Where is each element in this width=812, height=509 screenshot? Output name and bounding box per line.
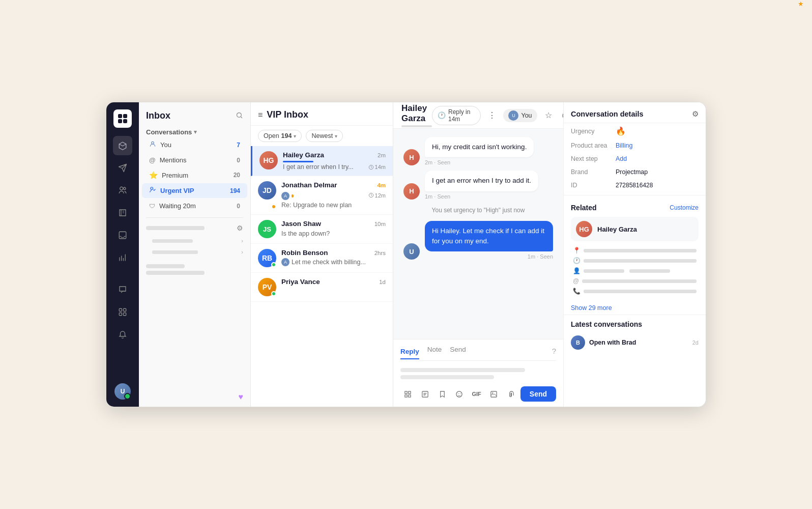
details-gear-icon[interactable]: ⚙ — [692, 109, 699, 119]
bookmark-tool-icon[interactable] — [434, 386, 450, 402]
related-contact[interactable]: HG Hailey Garza — [571, 217, 699, 241]
details-panel: Conversation details ⚙ Urgency 🔥 Product… — [563, 102, 706, 407]
show-more-link[interactable]: Show 29 more — [564, 301, 706, 315]
premium-badge: 20 — [234, 172, 240, 179]
inbox-nav-mentions[interactable]: @ Mentions 0 — [142, 153, 247, 167]
msg-bubble-1: Hi, my credit card isn't working. — [425, 137, 534, 157]
msg-meta-2: 1m · Seen — [425, 193, 538, 200]
send-button[interactable]: Send — [520, 386, 556, 402]
priya-content: Priya Vance 1d — [281, 278, 386, 296]
inbox-nav-you[interactable]: You 7 — [142, 137, 247, 152]
bell-nav-icon[interactable] — [113, 325, 132, 344]
svg-rect-17 — [405, 391, 407, 393]
msg-row-3: Hi Hailey. Let me check if I can add it … — [403, 221, 553, 260]
svg-point-23 — [458, 393, 458, 393]
latest-conv-item[interactable]: B Open with Brad 2d — [571, 332, 699, 353]
priya-name: Priya Vance — [281, 278, 320, 286]
inbox-nav-icon[interactable] — [113, 136, 132, 155]
star-icon[interactable]: ☆ — [542, 108, 555, 123]
conversations-label[interactable]: Conversations ▾ — [139, 126, 250, 137]
id-value: 27285816428 — [616, 182, 653, 189]
conv-item-robin[interactable]: RB Robin Benson 2hrs A Let me check with… — [251, 244, 393, 273]
hamburger-icon[interactable]: ≡ — [258, 110, 263, 120]
inbox-nav-premium[interactable]: ⭐ Premium 20 — [142, 168, 247, 182]
inbox-sub-item-2[interactable]: › — [139, 246, 250, 258]
hailey-clock: 14m — [368, 164, 386, 170]
conv-item-priya[interactable]: PV Priya Vance 1d — [251, 273, 393, 302]
jonathan-name: Jonathan Delmar — [281, 181, 337, 189]
inbox-extra-skeletons — [139, 259, 250, 280]
emoji-tool-icon[interactable] — [452, 386, 467, 402]
inbox-gear-icon[interactable]: ⚙ — [237, 224, 243, 232]
attachment-tool-icon[interactable] — [503, 386, 518, 402]
mentions-icon: @ — [149, 156, 156, 164]
conv-item-jason[interactable]: JS Jason Shaw 10m Is the app down? — [251, 215, 393, 244]
jonathan-preview: Re: Upgrade to new plan — [281, 202, 352, 209]
sort-filter[interactable]: Newest ▾ — [306, 130, 343, 142]
favorites-heart-icon[interactable]: ♥ — [239, 392, 244, 402]
you-badge: 7 — [237, 142, 240, 149]
status-chevron-icon: ▾ — [294, 133, 296, 139]
inbox-nav-waiting[interactable]: 🛡 Waiting 20m 0 — [142, 199, 247, 213]
app-logo — [113, 109, 132, 128]
next-step-value[interactable]: Add — [616, 155, 627, 162]
details-title: Conversation details — [571, 110, 644, 118]
robin-agent-preview: A Let me check with billing... — [281, 258, 386, 266]
details-divider — [564, 195, 706, 195]
status-filter[interactable]: Open 194 ▾ — [258, 130, 302, 142]
related-title: Related — [571, 204, 597, 212]
inbox-search-icon[interactable] — [236, 111, 243, 121]
hailey-name: Hailey Garza — [283, 151, 324, 159]
sort-filter-label: Newest — [311, 132, 333, 139]
jonathan-content: Jonathan Delmar 4m A 12m Re: Upgrade to … — [281, 181, 386, 209]
person-icon: 👤 — [573, 267, 581, 274]
reply-help-icon[interactable]: ? — [552, 347, 556, 355]
email-icon: @ — [573, 277, 579, 285]
status-filter-count: 194 — [281, 132, 292, 139]
jonathan-time: 4m — [377, 182, 386, 188]
tab-reply[interactable]: Reply — [400, 348, 419, 359]
svg-point-13 — [151, 187, 153, 190]
conversations-chevron: ▾ — [194, 129, 197, 135]
msg-row-2: H I get an error when I try to add it. 1… — [403, 171, 553, 199]
product-area-value[interactable]: Billing — [616, 142, 632, 149]
msg-row-1: H Hi, my credit card isn't working. 2m ·… — [403, 137, 553, 165]
inbox-sub-item-1[interactable]: › — [139, 235, 250, 246]
grid-tool-icon[interactable] — [400, 386, 416, 402]
book-nav-icon[interactable] — [113, 203, 132, 222]
chat-nav-icon[interactable] — [113, 280, 132, 299]
location-bar — [584, 249, 697, 252]
inbox2-nav-icon[interactable] — [113, 225, 132, 245]
user-avatar[interactable]: U — [114, 383, 131, 400]
jason-avatar-wrap: JS — [258, 220, 276, 238]
reply-clock-icon: 🕐 — [438, 111, 446, 119]
conv-item-hailey[interactable]: HG Hailey Garza 2m I get an error when I… — [251, 146, 393, 176]
msg-2-wrap: I get an error when I try to add it. 1m … — [425, 171, 538, 199]
robin-content: Robin Benson 2hrs A Let me check with bi… — [281, 249, 386, 267]
jason-avatar: JS — [258, 220, 276, 238]
agent-msg-avatar: U — [403, 243, 420, 260]
conv-item-jonathan[interactable]: JD Jonathan Delmar 4m A 12m — [251, 176, 393, 215]
text-tool-icon[interactable] — [418, 386, 433, 402]
customize-link[interactable]: Customize — [670, 204, 699, 211]
sidebar-navigation: U — [106, 102, 139, 407]
chart-nav-icon[interactable] — [113, 248, 132, 267]
gif-tool-icon[interactable]: GIF — [469, 386, 484, 402]
svg-rect-10 — [124, 313, 126, 316]
inbox-nav-urgent-vip[interactable]: Urgent VIP 194 — [142, 183, 247, 198]
brand-label: Brand — [571, 168, 612, 176]
sort-chevron-icon: ▾ — [335, 133, 337, 139]
urgent-vip-icon — [149, 186, 156, 195]
apps-nav-icon[interactable] — [113, 302, 132, 322]
image-tool-icon[interactable] — [486, 386, 501, 402]
more-options-icon[interactable]: ⋮ — [486, 108, 498, 123]
reply-input-area[interactable] — [400, 366, 556, 386]
send-nav-icon[interactable] — [113, 158, 132, 178]
tab-note[interactable]: Note — [427, 346, 442, 356]
team-nav-icon[interactable] — [113, 181, 132, 200]
agent-chip[interactable]: U You — [503, 109, 537, 122]
details-brand: Brand Projectmap — [564, 165, 706, 179]
premium-label: Premium — [162, 172, 188, 179]
related-section: Related Customize HG Hailey Garza 📍 🕐 👤 — [564, 199, 706, 301]
tab-send[interactable]: Send — [450, 346, 466, 356]
